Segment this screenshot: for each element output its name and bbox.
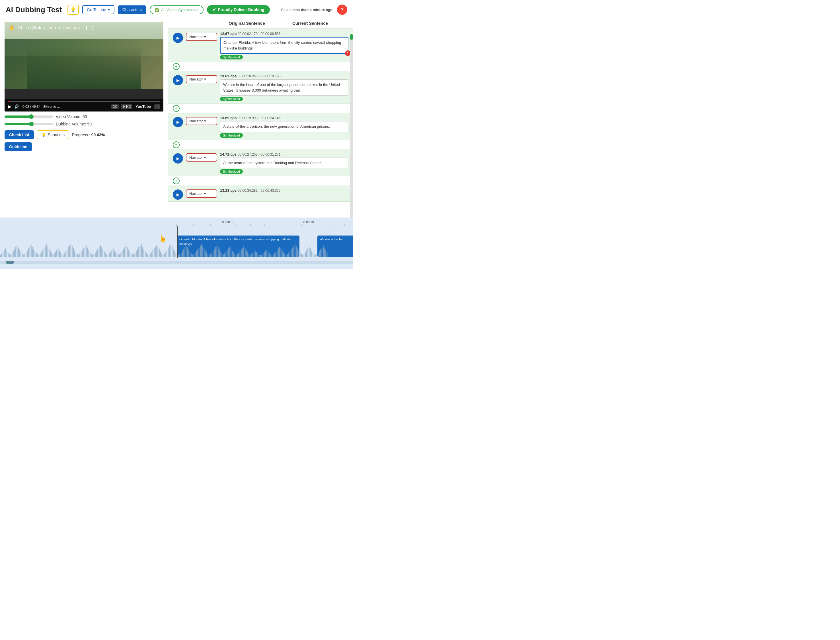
svg-rect-137 xyxy=(158,247,159,257)
play-button-5[interactable]: ▶ xyxy=(173,189,183,200)
svg-rect-262 xyxy=(318,253,319,257)
narrator-dropdown-5[interactable]: Narrator ▾ xyxy=(186,189,217,198)
dubbing-volume-thumb[interactable] xyxy=(29,122,34,126)
svg-rect-263 xyxy=(319,251,320,257)
narrator-dropdown-1[interactable]: Narrator ▾ xyxy=(186,33,217,41)
timeline-scrollbar[interactable] xyxy=(0,261,353,264)
narrator-dropdown-3[interactable]: Narrator ▾ xyxy=(186,117,217,125)
right-scrollbar[interactable] xyxy=(350,34,353,218)
bulb-icon: 💡 xyxy=(70,7,76,13)
svg-rect-142 xyxy=(164,254,165,257)
svg-rect-183 xyxy=(216,245,218,257)
svg-rect-80 xyxy=(85,246,85,257)
svg-rect-17 xyxy=(4,250,5,257)
video-progress-bar[interactable] xyxy=(8,101,160,102)
svg-rect-95 xyxy=(104,251,105,257)
video-controls: ▶ 🔊 0:02 / 49:34 · Extreme ... CC ⚙ HD Y… xyxy=(5,99,164,112)
all-voices-button[interactable]: ✅ All Voices Synthesized xyxy=(150,5,204,14)
volume-icon[interactable]: 🔊 xyxy=(14,104,20,109)
video-volume-slider[interactable] xyxy=(5,115,53,118)
svg-rect-232 xyxy=(279,246,280,257)
play-button-1[interactable]: ▶ xyxy=(173,33,183,43)
narrator-dropdown-2[interactable]: Narrator ▾ xyxy=(186,75,217,83)
svg-rect-213 xyxy=(255,251,256,257)
deliver-dubbing-button[interactable]: ✔ Proudly Deliver Dubbing xyxy=(207,5,270,14)
sentence-box-4[interactable]: At the heart of the system, the Booking … xyxy=(220,158,348,168)
svg-rect-115 xyxy=(130,252,130,257)
shortcuts-button[interactable]: 💡 Shortcuts xyxy=(37,130,69,139)
goto-line-label: Go To Line xyxy=(87,7,106,12)
add-sentence-button-4[interactable]: + xyxy=(173,178,180,184)
youtube-icon[interactable]: YouTube xyxy=(135,104,152,109)
narrator-dropdown-4[interactable]: Narrator ▾ xyxy=(186,153,217,162)
checklist-button[interactable]: Check List xyxy=(5,130,34,139)
svg-rect-18 xyxy=(5,248,6,257)
svg-rect-161 xyxy=(188,250,189,257)
svg-rect-41 xyxy=(35,251,35,257)
svg-rect-186 xyxy=(220,252,221,257)
goto-line-button[interactable]: Go To Line ▾ xyxy=(82,5,114,14)
svg-rect-53 xyxy=(50,251,51,257)
svg-rect-90 xyxy=(97,249,98,257)
svg-rect-23 xyxy=(12,253,13,257)
svg-rect-248 xyxy=(300,252,301,257)
svg-rect-250 xyxy=(302,254,303,257)
svg-rect-42 xyxy=(36,253,37,257)
svg-rect-196 xyxy=(233,252,234,257)
svg-rect-209 xyxy=(250,254,251,257)
add-sentence-button-1[interactable]: + xyxy=(173,63,180,70)
svg-rect-22 xyxy=(10,254,11,257)
guideline-button[interactable]: Guideline xyxy=(5,142,32,151)
svg-rect-88 xyxy=(95,253,96,257)
settings-button[interactable]: ⚙ HD xyxy=(121,104,132,109)
play-button-3[interactable]: ▶ xyxy=(173,117,183,127)
svg-rect-192 xyxy=(228,248,229,257)
svg-rect-19 xyxy=(6,251,7,257)
video-volume-fill xyxy=(5,115,31,118)
svg-rect-223 xyxy=(268,252,269,257)
svg-rect-126 xyxy=(143,249,144,257)
svg-rect-108 xyxy=(120,253,121,257)
add-sentence-button-3[interactable]: + xyxy=(173,141,180,148)
add-row-btn-2: + xyxy=(168,104,353,113)
cps-line-3: 13.89 cps 00:00:19.993 - 00:00:24.745 xyxy=(220,116,348,120)
fullscreen-button[interactable]: ⛶ xyxy=(154,104,160,109)
help-button[interactable]: ? xyxy=(337,5,347,15)
svg-rect-249 xyxy=(301,254,302,257)
svg-rect-243 xyxy=(293,246,294,257)
info-icon[interactable]: ℹ xyxy=(86,25,87,31)
play-button-2[interactable]: ▶ xyxy=(173,75,183,85)
cc-button[interactable]: CC xyxy=(111,104,119,109)
svg-rect-207 xyxy=(247,252,248,257)
characters-button[interactable]: Characters xyxy=(118,5,146,14)
play-button[interactable]: ▶ xyxy=(8,104,11,109)
svg-rect-111 xyxy=(124,247,125,257)
svg-rect-177 xyxy=(209,254,210,257)
svg-rect-206 xyxy=(246,250,247,257)
sentence-box-3[interactable]: A state-of-the-art prison, the new gener… xyxy=(220,121,348,132)
svg-rect-218 xyxy=(261,254,262,257)
add-sentence-button-2[interactable]: + xyxy=(173,105,180,112)
svg-rect-180 xyxy=(213,251,213,257)
svg-rect-63 xyxy=(63,254,64,257)
svg-rect-225 xyxy=(271,254,271,257)
play-button-4[interactable]: ▶ xyxy=(173,153,183,163)
lightbulb-button[interactable]: 💡 xyxy=(67,5,79,15)
svg-rect-139 xyxy=(160,251,161,257)
svg-rect-166 xyxy=(195,253,196,257)
menu-icon[interactable]: ⋮ xyxy=(90,25,95,31)
sentence-row-3: ▶ Narrator ▾ 13.89 cps 00:00:19.993 - 00… xyxy=(168,113,353,140)
svg-rect-256 xyxy=(310,248,311,257)
dubbing-volume-slider[interactable] xyxy=(5,123,53,125)
svg-rect-51 xyxy=(48,246,48,257)
add-row-btn-3: + xyxy=(168,140,353,149)
video-volume-thumb[interactable] xyxy=(29,114,34,119)
video-player[interactable]: 🤚 United States, extreme prisons ℹ ⋮ ▶ 🔊… xyxy=(5,22,164,112)
sentence-box-1[interactable]: Orlando, Florida. A few kilometers from … xyxy=(220,37,348,54)
svg-rect-144 xyxy=(167,250,167,257)
sentence-box-2[interactable]: We are in the heart of one of the larges… xyxy=(220,79,348,96)
svg-rect-15 xyxy=(2,253,2,257)
svg-rect-228 xyxy=(274,253,275,257)
svg-rect-269 xyxy=(327,252,328,257)
svg-rect-123 xyxy=(140,245,141,257)
